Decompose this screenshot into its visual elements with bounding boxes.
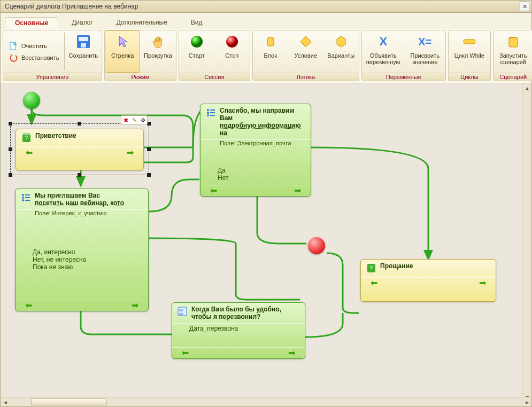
text-icon: aaaa xyxy=(176,306,188,317)
prev-icon[interactable]: ⬅ xyxy=(210,187,217,194)
node-mini-toolbar[interactable]: ✖ ✎ ✥ xyxy=(121,115,148,125)
declare-var-button[interactable]: X Объявить переменную xyxy=(362,30,405,73)
scroll-left-icon[interactable]: ◂ xyxy=(1,397,10,406)
svg-rect-18 xyxy=(210,112,215,113)
ribbon-group-loops: Цикл While Циклы xyxy=(448,30,491,81)
pan-button[interactable]: Прокрутка xyxy=(140,30,176,73)
horizontal-scrollbar[interactable]: ◂ ▸ xyxy=(1,397,531,406)
stop-icon xyxy=(223,33,241,50)
svg-point-5 xyxy=(226,36,238,48)
next-icon[interactable]: ➡ xyxy=(132,302,138,309)
diagram-canvas[interactable]: ✖ ✎ ✥ ? Приветствие ⬅ ➡ xyxy=(1,83,522,402)
next-icon[interactable]: ➡ xyxy=(288,349,295,357)
group-label-scenario: Сценарий xyxy=(494,73,532,81)
scroll-thumb[interactable] xyxy=(31,398,107,405)
svg-rect-14 xyxy=(25,200,30,201)
group-label-loops: Циклы xyxy=(449,73,490,81)
ribbon-group-session: Старт Стоп Сессия xyxy=(179,30,250,81)
window-title: Сценарий диалога Приглашение на вебинар xyxy=(5,3,138,10)
svg-rect-16 xyxy=(210,109,215,111)
svg-rect-6 xyxy=(267,37,274,46)
node-title-l1: Спасибо, мы направим Вам xyxy=(220,107,306,122)
clear-button[interactable]: Очистить xyxy=(5,40,62,52)
tab-additional[interactable]: Дополнительные xyxy=(106,17,178,28)
titlebar: Сценарий диалога Приглашение на вебинар … xyxy=(1,1,531,13)
condition-label: Условие xyxy=(295,52,318,59)
svg-point-9 xyxy=(22,194,24,196)
svg-point-13 xyxy=(22,199,24,201)
save-button[interactable]: Сохранить xyxy=(65,30,102,73)
svg-point-15 xyxy=(207,109,209,111)
svg-text:?: ? xyxy=(369,265,373,271)
edit-icon[interactable]: ✎ xyxy=(130,116,138,124)
variants-button[interactable]: Варианты xyxy=(323,30,359,73)
ribbon-group-mode: Стрелка Прокрутка Режим xyxy=(104,30,176,81)
node-body: Дата_перезвона xyxy=(172,324,305,347)
svg-rect-3 xyxy=(81,43,86,48)
node-thanks[interactable]: Спасибо, мы направим Вам подробную инфор… xyxy=(200,104,311,197)
prev-icon[interactable]: ⬅ xyxy=(182,349,189,357)
restore-button[interactable]: Восстановить xyxy=(5,52,62,64)
node-greeting[interactable]: ? Приветствие ⬅ ➡ xyxy=(16,129,144,170)
move-icon[interactable]: ✥ xyxy=(139,116,147,124)
node-invite[interactable]: Мы приглашаем Вас посетить наш вебинар, … xyxy=(15,189,149,311)
group-label-management: Управление xyxy=(3,73,102,81)
svg-rect-2 xyxy=(79,37,88,41)
start-node[interactable] xyxy=(23,92,40,109)
next-icon[interactable]: ➡ xyxy=(479,279,486,287)
scroll-icon xyxy=(505,33,522,50)
svg-rect-10 xyxy=(25,194,30,195)
stop-node[interactable] xyxy=(308,237,325,254)
assign-l2: значение xyxy=(412,59,437,65)
scroll-up-icon[interactable]: ▴ xyxy=(522,83,531,92)
scroll-right-icon[interactable]: ▸ xyxy=(522,397,531,406)
start-icon xyxy=(188,33,205,50)
condition-button[interactable]: Условие xyxy=(288,30,323,73)
stop-button[interactable]: Стоп xyxy=(214,30,250,73)
node-options: Да, интересно Нет, не интересно Пока не … xyxy=(16,218,148,300)
node-options: Да Нет xyxy=(201,148,311,185)
ribbon-tabstrip: Основные Диалог Дополнительные Вид xyxy=(1,13,531,28)
prev-icon[interactable]: ⬅ xyxy=(26,149,33,156)
opt3: Пока не знаю xyxy=(33,263,143,271)
while-button[interactable]: Цикл While xyxy=(449,30,490,73)
svg-rect-7 xyxy=(464,40,475,44)
save-icon xyxy=(75,33,92,50)
group-label-variables: Переменные xyxy=(362,73,445,81)
tab-view[interactable]: Вид xyxy=(181,17,213,28)
list-icon xyxy=(205,107,217,119)
tab-main[interactable]: Основные xyxy=(5,17,58,28)
block-button[interactable]: Блок xyxy=(253,30,288,73)
svg-point-4 xyxy=(191,36,203,48)
close-icon: ✕ xyxy=(522,3,527,10)
svg-rect-12 xyxy=(25,197,30,198)
stop-label: Стоп xyxy=(225,52,238,59)
node-title-l2: чтобы я перезвонил? xyxy=(191,313,281,320)
start-button[interactable]: Старт xyxy=(179,30,214,73)
run-l2: сценарий xyxy=(500,59,526,65)
block-label: Блок xyxy=(264,52,277,59)
vertical-scrollbar[interactable]: ▴ ▾ xyxy=(522,83,531,402)
run-scenario-button[interactable]: Запустить сценарий xyxy=(494,30,532,73)
delete-icon[interactable]: ✖ xyxy=(122,116,129,124)
pan-label: Прокрутка xyxy=(144,52,172,59)
window-close-button[interactable]: ✕ xyxy=(520,2,529,11)
tab-dialog[interactable]: Диалог xyxy=(61,17,103,28)
editor-window: Сценарий диалога Приглашение на вебинар … xyxy=(0,0,532,407)
assign-var-button[interactable]: X= Присвоить значение xyxy=(405,30,445,73)
new-page-icon xyxy=(9,41,18,51)
prev-icon[interactable]: ⬅ xyxy=(25,302,32,309)
block-icon xyxy=(262,33,279,50)
pointer-button[interactable]: Стрелка xyxy=(105,30,140,73)
list-icon xyxy=(20,192,32,204)
while-label: Цикл While xyxy=(454,52,484,59)
node-farewell[interactable]: ? Прощание ⬅ ➡ xyxy=(360,259,496,302)
next-icon[interactable]: ➡ xyxy=(294,187,301,194)
opt2: Нет, не интересно xyxy=(33,256,143,263)
prev-icon[interactable]: ⬅ xyxy=(371,279,377,287)
node-callback[interactable]: aaaa Когда Вам было бы удобно, чтобы я п… xyxy=(172,302,305,359)
undo-icon xyxy=(9,53,18,62)
node-title-l2: подробную информацию на xyxy=(220,122,306,137)
next-icon[interactable]: ➡ xyxy=(127,149,134,156)
ribbon-group-logic: Блок Условие Варианты Логика xyxy=(252,30,359,81)
